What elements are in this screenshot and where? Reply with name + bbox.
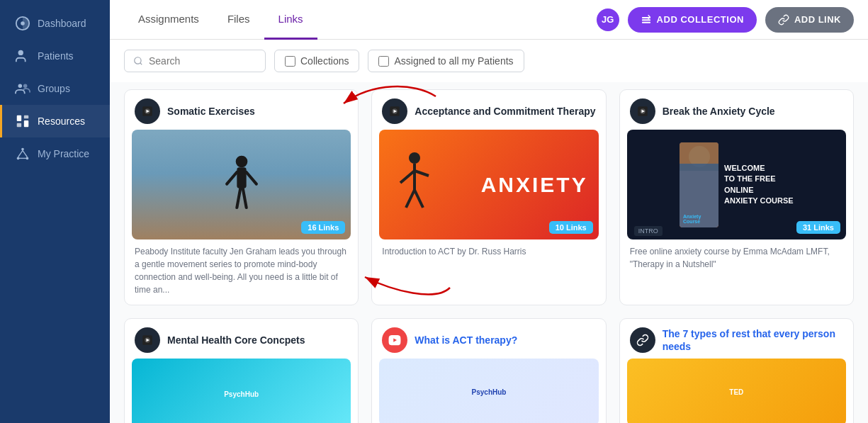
card-title-mh: Mental Health Core Concpets (167, 334, 305, 346)
card-icon-somatic (135, 98, 160, 124)
card-act[interactable]: Acceptance and Commitment Therapy (371, 89, 606, 305)
tabs: Assignments Files Links (124, 0, 317, 39)
svg-point-9 (21, 148, 24, 151)
card-icon-anxiety (630, 98, 655, 124)
card-image-rest: TED (620, 359, 853, 423)
sidebar-item-dashboard[interactable]: Dashboard (0, 7, 110, 40)
card-header-rest: The 7 types of rest that every person ne… (620, 319, 853, 359)
sidebar-item-dashboard-label: Dashboard (38, 18, 86, 29)
play-icon-mh (141, 334, 154, 346)
svg-rect-8 (24, 120, 28, 127)
svg-point-18 (135, 57, 141, 64)
card-title-act: Acceptance and Commitment Therapy (415, 105, 595, 118)
youtube-icon (388, 334, 401, 346)
sidebar-item-my-practice-label: My Practice (38, 148, 89, 159)
card-desc-somatic: Peabody Institute faculty Jen Graham lea… (125, 239, 358, 305)
collections-filter[interactable]: Collections (274, 50, 359, 72)
svg-rect-25 (237, 167, 246, 188)
tab-links[interactable]: Links (264, 0, 317, 40)
svg-point-4 (23, 84, 27, 89)
card-header-what-act: What is ACT therapy? (372, 319, 605, 359)
play-icon (141, 105, 154, 118)
assigned-filter[interactable]: Assigned to all my Patients (368, 50, 524, 72)
avatar: JG (597, 9, 619, 31)
card-icon-rest (630, 327, 655, 353)
cards-grid: Somatic Exercises (124, 89, 854, 423)
tab-files[interactable]: Files (213, 0, 264, 40)
groups-icon (15, 81, 30, 96)
card-desc-anxiety: Free online anxiety course by Emma McAda… (620, 239, 853, 279)
sidebar-item-resources[interactable]: Resources (0, 105, 110, 137)
card-title-rest: The 7 types of rest that every person ne… (663, 327, 843, 353)
play-icon-act (388, 105, 401, 118)
card-mental-health[interactable]: Mental Health Core Concpets PsychHub (124, 318, 359, 423)
sidebar-item-my-practice[interactable]: My Practice (0, 137, 110, 170)
card-image-act: ANXIETY 10 Links (372, 130, 605, 239)
svg-line-38 (415, 190, 423, 208)
dashboard-icon (15, 16, 30, 31)
card-image-what-act: PsychHub (372, 359, 605, 423)
card-anxiety[interactable]: Break the Anxiety Cycle AnxietyCou (619, 89, 854, 305)
add-link-button[interactable]: ADD LINK (765, 7, 854, 33)
sidebar-item-patients[interactable]: Patients (0, 40, 110, 72)
svg-line-27 (246, 172, 256, 184)
svg-point-1 (21, 21, 25, 26)
card-icon-act (382, 98, 407, 124)
search-box[interactable] (124, 50, 266, 72)
card-7-rest[interactable]: The 7 types of rest that every person ne… (619, 318, 854, 423)
sidebar: Dashboard Patients Groups Resources My P… (0, 0, 110, 423)
collection-icon (641, 14, 652, 26)
card-header-act: Acceptance and Commitment Therapy (372, 90, 605, 130)
card-header-anxiety: Break the Anxiety Cycle (620, 90, 853, 130)
search-input[interactable] (149, 55, 248, 67)
svg-rect-7 (17, 123, 21, 128)
patients-icon (15, 48, 30, 64)
sidebar-item-resources-label: Resources (38, 115, 85, 127)
svg-rect-5 (17, 115, 21, 121)
links-badge-act: 10 Links (549, 221, 593, 234)
svg-line-37 (406, 190, 415, 208)
practice-icon (15, 146, 30, 162)
svg-line-28 (237, 188, 240, 208)
svg-line-36 (415, 171, 429, 176)
resources-icon (15, 113, 30, 129)
card-what-act[interactable]: What is ACT therapy? PsychHub 12/02/2024 (371, 318, 606, 423)
card-title-anxiety: Break the Anxiety Cycle (663, 105, 775, 118)
filter-bar: Collections Assigned to all my Patients (110, 40, 868, 82)
card-image-mh: PsychHub (125, 359, 358, 423)
card-header: Somatic Exercises (125, 90, 358, 130)
links-badge-somatic: 16 Links (301, 221, 345, 234)
svg-line-13 (23, 150, 27, 157)
sidebar-item-groups-label: Groups (38, 83, 70, 94)
card-header-mh: Mental Health Core Concpets (125, 319, 358, 359)
tab-assignments[interactable]: Assignments (124, 0, 213, 40)
svg-line-35 (400, 171, 415, 183)
sidebar-item-groups[interactable]: Groups (0, 72, 110, 105)
main-content: Assignments Files Links JG ADD COLLECTIO… (110, 0, 868, 423)
card-icon-mh (135, 327, 160, 353)
svg-point-24 (235, 156, 247, 168)
card-image-anxiety: AnxietyCourse WELCOMETO THE FREEONLINEAN… (620, 130, 853, 239)
svg-line-29 (242, 188, 246, 208)
assigned-checkbox[interactable] (378, 56, 389, 67)
card-icon-what-act (382, 327, 407, 353)
link-icon-rest (636, 334, 649, 346)
links-badge-anxiety: 31 Links (796, 221, 840, 234)
link-icon (778, 14, 789, 26)
svg-point-3 (18, 84, 22, 89)
search-icon (133, 56, 143, 66)
add-collection-button[interactable]: ADD COLLECTION (628, 7, 757, 33)
card-title-somatic: Somatic Exercises (167, 105, 255, 118)
tabs-bar: Assignments Files Links JG ADD COLLECTIO… (110, 0, 868, 40)
card-somatic[interactable]: Somatic Exercises (124, 89, 359, 305)
card-image-somatic: 16 Links (125, 130, 358, 239)
card-title-what-act: What is ACT therapy? (415, 334, 517, 346)
collections-checkbox[interactable] (285, 56, 295, 67)
svg-rect-6 (24, 115, 28, 119)
content-area: Somatic Exercises (110, 82, 868, 423)
svg-rect-16 (642, 19, 650, 21)
header-actions: JG ADD COLLECTION ADD LINK (597, 7, 854, 33)
svg-line-12 (18, 150, 23, 157)
svg-line-26 (227, 172, 237, 184)
svg-rect-17 (642, 21, 650, 23)
